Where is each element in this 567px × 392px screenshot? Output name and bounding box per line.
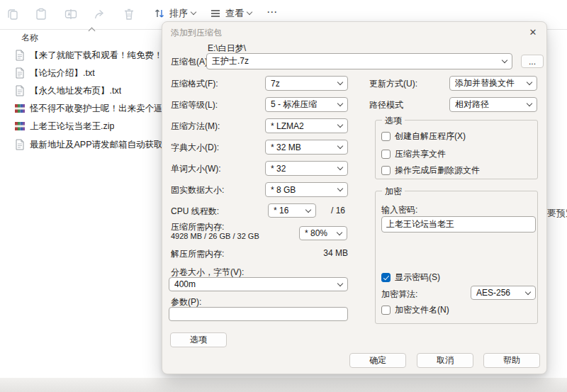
- encryption-method-label: 加密算法:: [381, 289, 417, 301]
- file-row[interactable]: 【永久地址发布页】.txt: [14, 82, 164, 99]
- sort-label: 排序: [169, 7, 188, 20]
- add-to-archive-dialog: 添加到压缩包 ✕ 压缩包(A): E:\白日梦\ 王护士.7z ... 压缩格式…: [162, 21, 547, 374]
- path-mode-value: 相对路径: [455, 99, 489, 111]
- chevron-down-icon: [337, 186, 343, 191]
- text-file-icon: [14, 50, 26, 61]
- encryption-method-combo[interactable]: AES-256: [471, 286, 536, 300]
- checkbox-icon[interactable]: [381, 150, 391, 159]
- chevron-down-icon: [337, 122, 343, 128]
- share-icon[interactable]: [93, 7, 107, 21]
- encryption-group: 加密 输入密码: 显示密码(S) 加密算法: AES-256 加密文件名(N): [375, 191, 538, 324]
- checkbox-label: 压缩共享文件: [395, 148, 446, 160]
- text-file-icon: [14, 67, 26, 79]
- checkbox-show-password[interactable]: 显示密码(S): [381, 271, 440, 284]
- checkbox-shared-files[interactable]: 压缩共享文件: [381, 148, 446, 160]
- checkbox-label: 加密文件名(N): [395, 304, 449, 316]
- text-file-icon: [14, 139, 26, 150]
- mem-usage-combo[interactable]: * 80%: [299, 226, 347, 240]
- encryption-method-value: AES-256: [476, 288, 510, 298]
- path-mode-label: 路径模式: [369, 99, 403, 111]
- dict-size-value: * 32 MB: [271, 142, 301, 152]
- checkbox-encrypt-names[interactable]: 加密文件名(N): [381, 304, 449, 316]
- password-input[interactable]: [381, 216, 536, 233]
- archive-name-value: 王护士.7z: [212, 55, 249, 67]
- solid-size-value: * 8 GB: [271, 185, 296, 195]
- checkbox-delete-after[interactable]: 操作完成后删除源文件: [381, 164, 480, 177]
- checkbox-label: 创建自解压程序(X): [395, 130, 466, 142]
- file-row[interactable]: 【来了就能下载和观看！纯免费！】.txt: [14, 47, 164, 64]
- winrar-archive-icon: [14, 121, 26, 132]
- sort-menu[interactable]: 排序: [153, 7, 196, 20]
- dialog-title: 添加到压缩包: [171, 27, 222, 39]
- mem-usage-value: * 80%: [305, 228, 327, 238]
- cancel-button[interactable]: 取消: [417, 353, 473, 368]
- checkbox-create-sfx[interactable]: 创建自解压程序(X): [381, 130, 466, 142]
- cpu-threads-label: CPU 线程数:: [171, 206, 219, 218]
- ok-button[interactable]: 确定: [349, 353, 406, 368]
- more-options-icon[interactable]: ⋯: [266, 6, 278, 18]
- chevron-down-icon: [337, 164, 343, 170]
- delete-icon[interactable]: [122, 7, 136, 21]
- solid-size-combo[interactable]: * 8 GB: [265, 182, 348, 197]
- file-row[interactable]: 上老王论坛当老王.zip: [14, 118, 164, 135]
- winrar-archive-icon: [14, 103, 26, 114]
- volume-size-combo[interactable]: 400m: [169, 277, 348, 291]
- explorer-window: 排序 查看 ⋯ 名称 【来了就能下载和观看！纯免费！】.txt 【论坛介绍】.t…: [0, 0, 567, 392]
- file-name: 最新地址及APP请发邮箱自动获取！！！: [30, 139, 164, 151]
- format-value: 7z: [271, 79, 280, 89]
- word-size-combo[interactable]: * 32: [265, 161, 348, 176]
- cpu-threads-combo[interactable]: * 16: [268, 203, 316, 218]
- mem-decompress-label: 解压所需内存:: [171, 248, 224, 260]
- cpu-threads-total: / 16: [331, 206, 345, 215]
- copy-icon[interactable]: [6, 7, 20, 21]
- update-mode-value: 添加并替换文件: [455, 77, 515, 89]
- mem-compress-detail: 4928 MB / 26 GB / 32 GB: [171, 232, 259, 240]
- archive-name-combo[interactable]: 王护士.7z: [206, 53, 512, 69]
- checkbox-icon[interactable]: [381, 306, 391, 315]
- chevron-down-icon: [305, 206, 311, 212]
- chevron-down-icon: [337, 79, 343, 85]
- view-label: 查看: [225, 7, 244, 20]
- checkbox-label: 显示密码(S): [395, 271, 440, 284]
- file-name: 【论坛介绍】.txt: [30, 67, 95, 79]
- level-combo[interactable]: 5 - 标准压缩: [265, 97, 348, 112]
- file-row[interactable]: 【论坛介绍】.txt: [14, 65, 164, 82]
- view-menu[interactable]: 查看: [209, 7, 252, 20]
- file-row[interactable]: 怪不得不敢娶护士呢！出来卖个逼0a5bf.: [14, 100, 164, 117]
- help-button[interactable]: 帮助: [483, 353, 540, 368]
- checkbox-icon[interactable]: [381, 166, 391, 175]
- path-mode-combo[interactable]: 相对路径: [449, 97, 537, 112]
- file-row[interactable]: 最新地址及APP请发邮箱自动获取！！！: [14, 136, 164, 153]
- column-header-name[interactable]: 名称: [21, 32, 38, 44]
- options-group: 选项 创建自解压程序(X) 压缩共享文件 操作完成后删除源文件: [375, 120, 538, 179]
- file-name: 【来了就能下载和观看！纯免费！】.txt: [30, 50, 164, 62]
- paste-icon[interactable]: [34, 7, 48, 21]
- checkbox-checked-icon[interactable]: [381, 273, 391, 282]
- parameters-input[interactable]: [169, 307, 348, 321]
- browse-button[interactable]: ...: [521, 55, 544, 68]
- format-label: 压缩格式(F):: [171, 78, 218, 90]
- password-label: 输入密码:: [381, 204, 417, 216]
- word-size-value: * 32: [271, 164, 286, 174]
- preview-hint-text: 要预览: [547, 207, 567, 220]
- chevron-down-icon: [337, 101, 343, 106]
- method-combo[interactable]: * LZMA2: [265, 118, 348, 133]
- rename-icon[interactable]: [64, 7, 78, 21]
- update-mode-combo[interactable]: 添加并替换文件: [449, 76, 537, 91]
- file-name: 上老王论坛当老王.zip: [30, 121, 114, 133]
- checkbox-icon[interactable]: [381, 132, 391, 141]
- close-icon[interactable]: ✕: [527, 26, 539, 39]
- window-bottom-edge: [0, 378, 567, 392]
- options-button[interactable]: 选项: [170, 332, 227, 347]
- volume-size-value: 400m: [174, 279, 196, 289]
- mem-decompress-value: 34 MB: [297, 248, 348, 258]
- chevron-down-icon: [337, 280, 343, 286]
- chevron-down-icon: [337, 229, 342, 235]
- archive-label: 压缩包(A):: [171, 56, 210, 68]
- file-name: 怪不得不敢娶护士呢！出来卖个逼0a5bf.: [30, 103, 164, 115]
- sort-ascending-icon: [89, 27, 95, 33]
- dict-size-combo[interactable]: * 32 MB: [265, 140, 348, 155]
- word-size-label: 单词大小(W):: [171, 163, 221, 175]
- chevron-down-icon: [191, 9, 196, 15]
- format-combo[interactable]: 7z: [265, 76, 348, 91]
